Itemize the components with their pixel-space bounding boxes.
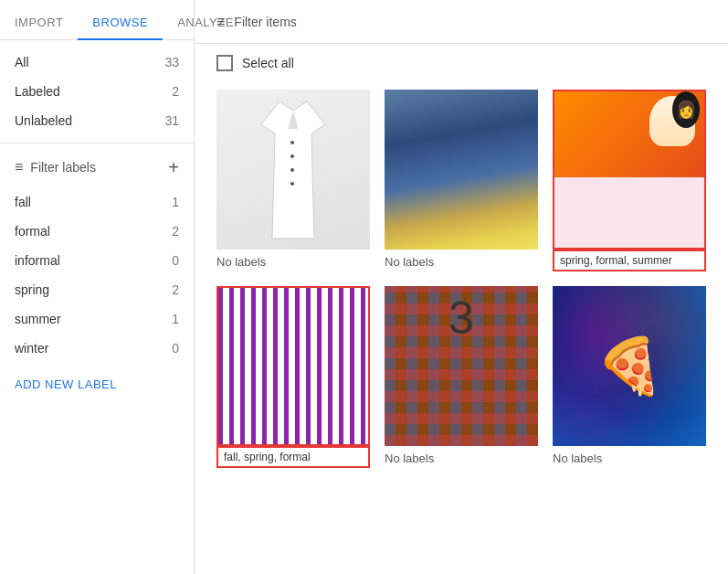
sidebar-label-spring[interactable]: spring 2	[0, 275, 194, 304]
filter-icon: ≡	[15, 159, 23, 175]
sidebar: IMPORT BROWSE ANALYZE All 33 Labeled 2 U…	[0, 0, 195, 574]
image-1	[216, 90, 370, 250]
svg-point-1	[290, 154, 294, 158]
main-content: ≡ Filter items Select all No labels	[195, 0, 728, 574]
select-all-checkbox[interactable]	[216, 55, 233, 71]
image-6: 🍕	[553, 286, 706, 446]
tab-import[interactable]: IMPORT	[0, 6, 78, 40]
tab-bar: IMPORT BROWSE ANALYZE	[0, 0, 194, 40]
sidebar-label-formal[interactable]: formal 2	[0, 217, 194, 246]
tab-browse[interactable]: BROWSE	[78, 6, 163, 40]
image-card-3[interactable]: 👩 spring, formal, summer	[553, 90, 706, 271]
image-card-4[interactable]: fall, spring, formal	[216, 286, 370, 468]
sidebar-content: All 33 Labeled 2 Unlabeled 31 ≡ Filter l…	[0, 40, 194, 574]
image-4	[216, 286, 370, 446]
image-label-5: No labels	[385, 446, 538, 467]
image-2	[385, 90, 538, 250]
divider-1	[0, 143, 194, 144]
svg-point-3	[290, 182, 294, 186]
image-card-2[interactable]: No labels	[385, 90, 538, 271]
svg-point-2	[290, 168, 294, 172]
image-label-2: No labels	[385, 250, 538, 271]
main-filter-row: ≡ Filter items	[195, 0, 728, 44]
image-label-4: fall, spring, formal	[216, 446, 370, 468]
select-all-label: Select all	[242, 56, 294, 70]
main-filter-label: Filter items	[234, 15, 296, 29]
add-new-label-button[interactable]: ADD NEW LABEL	[0, 363, 194, 406]
image-5: 3	[385, 286, 538, 446]
label-list: fall 1 formal 2 informal 0 spring 2 summ…	[0, 187, 194, 363]
image-3: 👩	[553, 90, 706, 250]
sidebar-item-all[interactable]: All 33	[0, 48, 194, 77]
sidebar-label-summer[interactable]: summer 1	[0, 304, 194, 334]
image-card-5[interactable]: 3 No labels	[385, 286, 538, 468]
sidebar-label-informal[interactable]: informal 0	[0, 246, 194, 275]
select-all-row: Select all	[195, 44, 728, 82]
add-label-icon[interactable]: +	[168, 158, 179, 176]
sidebar-item-labeled[interactable]: Labeled 2	[0, 77, 194, 106]
image-label-3: spring, formal, summer	[553, 250, 706, 271]
sidebar-item-unlabeled[interactable]: Unlabeled 31	[0, 106, 194, 135]
image-card-1[interactable]: No labels	[216, 90, 370, 271]
image-label-1: No labels	[216, 250, 370, 271]
image-grid: No labels No labels 👩 spring, formal, su…	[195, 82, 728, 490]
filter-labels-row: ≡ Filter labels +	[0, 151, 194, 184]
svg-point-0	[290, 141, 294, 144]
image-card-6[interactable]: 🍕 No labels	[553, 286, 706, 468]
sidebar-label-fall[interactable]: fall 1	[0, 187, 194, 217]
image-label-6: No labels	[553, 446, 706, 467]
sidebar-label-winter[interactable]: winter 0	[0, 334, 194, 363]
main-filter-icon: ≡	[216, 14, 225, 30]
